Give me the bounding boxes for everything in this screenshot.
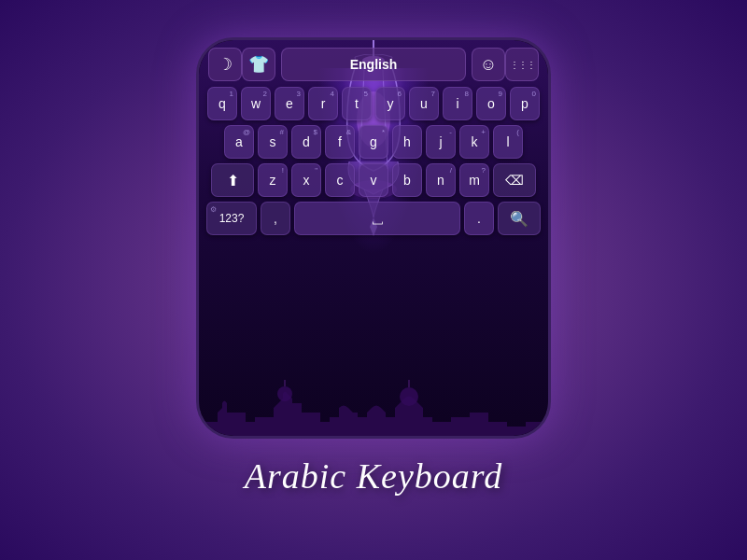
key-row-4: ⚙ 123? , ⎵ . 🔍 [206, 202, 541, 235]
dots-icon: ⋮⋮⋮ [510, 60, 535, 70]
key-n[interactable]: /n [426, 163, 456, 197]
key-y[interactable]: 6y [375, 87, 405, 120]
phone-container: ☽ 👕 English ☺ ⋮⋮⋮ 1q [177, 37, 570, 523]
numbers-label: 123? [219, 212, 245, 225]
key-t[interactable]: 5t [342, 87, 372, 120]
shift-key[interactable]: ⬆ [211, 163, 254, 197]
dots-button[interactable]: ⋮⋮⋮ [505, 48, 539, 81]
numbers-key[interactable]: ⚙ 123? [206, 202, 257, 235]
key-p[interactable]: 0p [510, 87, 540, 120]
key-g[interactable]: *g [359, 125, 388, 159]
key-row-3: ⬆ !z "x c v b /n ?m ⌫ [206, 163, 541, 197]
moon-icon: ☽ [218, 54, 233, 75]
settings-icon: ⚙ [210, 205, 217, 214]
key-c[interactable]: c [325, 163, 355, 197]
key-r[interactable]: 4r [308, 87, 338, 120]
language-button[interactable]: English [281, 48, 466, 81]
key-z[interactable]: !z [258, 163, 288, 197]
key-row-1: 1q 2w 3e 4r 5t 6y 7u 8i 9o 0p [206, 87, 541, 120]
phone-screen: ☽ 👕 English ☺ ⋮⋮⋮ 1q [199, 40, 548, 436]
period-label: . [477, 211, 481, 226]
key-a[interactable]: @a [224, 125, 254, 159]
keyboard-top-row: ☽ 👕 English ☺ ⋮⋮⋮ [199, 40, 548, 85]
key-x[interactable]: "x [291, 163, 321, 197]
key-l[interactable]: (l [493, 125, 523, 159]
key-u[interactable]: 7u [409, 87, 439, 120]
keyboard-area: 1q 2w 3e 4r 5t 6y 7u 8i 9o 0p @a #s $d &… [199, 85, 548, 436]
key-o[interactable]: 9o [476, 87, 506, 120]
backspace-icon: ⌫ [505, 173, 524, 188]
key-e[interactable]: 3e [275, 87, 304, 120]
moon-button[interactable]: ☽ [208, 48, 242, 81]
shirt-icon: 👕 [248, 54, 269, 75]
key-w[interactable]: 2w [241, 87, 271, 120]
space-bar: ⎵ [373, 210, 383, 227]
key-d[interactable]: $d [291, 125, 321, 159]
search-key[interactable]: 🔍 [498, 202, 541, 235]
key-v[interactable]: v [359, 163, 388, 197]
language-label: English [350, 57, 398, 72]
key-m[interactable]: ?m [459, 163, 489, 197]
key-j[interactable]: -j [426, 125, 456, 159]
period-key[interactable]: . [464, 202, 494, 235]
key-row-2: @a #s $d &f *g h -j +k (l [206, 125, 541, 159]
emoji-icon: ☺ [480, 55, 497, 75]
backspace-key[interactable]: ⌫ [493, 163, 536, 197]
comma-label: , [274, 211, 277, 226]
key-f[interactable]: &f [325, 125, 355, 159]
phone-frame: ☽ 👕 English ☺ ⋮⋮⋮ 1q [196, 37, 551, 439]
app-title: Arabic Keyboard [235, 439, 512, 504]
key-b[interactable]: b [392, 163, 422, 197]
comma-key[interactable]: , [261, 202, 290, 235]
key-h[interactable]: h [392, 125, 422, 159]
shift-icon: ⬆ [227, 172, 239, 189]
space-key[interactable]: ⎵ [294, 202, 460, 235]
shirt-button[interactable]: 👕 [242, 48, 275, 81]
key-q[interactable]: 1q [207, 87, 237, 120]
emoji-button[interactable]: ☺ [472, 48, 505, 81]
key-s[interactable]: #s [258, 125, 288, 159]
key-i[interactable]: 8i [443, 87, 472, 120]
search-icon: 🔍 [510, 210, 529, 228]
key-k[interactable]: +k [459, 125, 489, 159]
